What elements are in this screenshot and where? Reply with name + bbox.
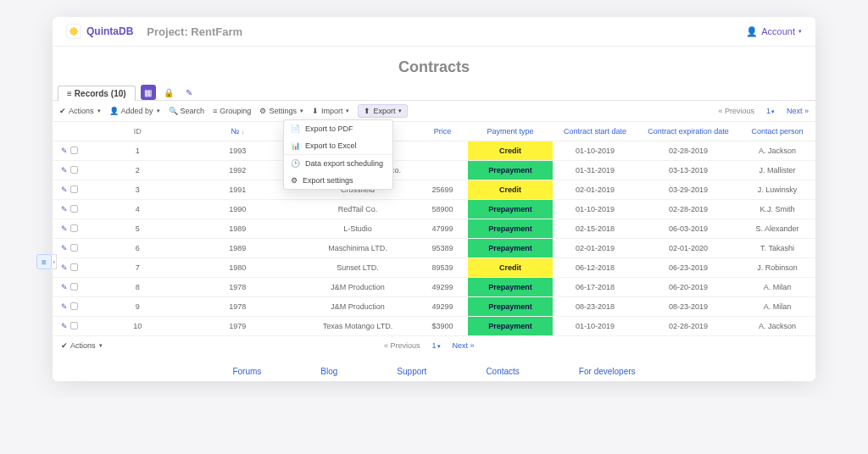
- row-checkbox[interactable]: [70, 302, 78, 310]
- chevron-right-icon: ›: [52, 254, 57, 269]
- edit-row-icon[interactable]: ✎: [61, 166, 68, 174]
- row-checkbox[interactable]: [70, 147, 78, 154]
- cell-payment: Credit: [468, 141, 553, 161]
- cell-price: 47999: [417, 219, 468, 239]
- actions-menu[interactable]: ✔ Actions: [59, 107, 101, 115]
- lock-button[interactable]: 🔒: [161, 85, 176, 100]
- col-start[interactable]: Contract start date: [553, 122, 637, 141]
- cell-price: 58900: [417, 200, 468, 219]
- export-scheduling[interactable]: 🕒Data export scheduling: [284, 154, 392, 172]
- app-window: QuintaDB Project: RentFarm 👤 Account ▾ C…: [53, 17, 815, 381]
- edit-row-icon[interactable]: ✎: [61, 302, 68, 311]
- export-pdf[interactable]: 📄Export to PDF: [284, 120, 392, 137]
- account-menu[interactable]: 👤 Account ▾: [746, 26, 802, 37]
- table-row: ✎51989L-Studio47999Prepayment02-15-20180…: [53, 219, 815, 239]
- cell-end: 06-23-2019: [637, 258, 739, 278]
- cell-start: 01-10-2019: [553, 141, 637, 161]
- col-id[interactable]: ID: [98, 122, 176, 141]
- edit-row-icon[interactable]: ✎: [61, 263, 68, 272]
- edit-row-icon[interactable]: ✎: [61, 244, 68, 252]
- cell-payment: Prepayment: [468, 317, 553, 336]
- row-checkbox[interactable]: [70, 322, 78, 329]
- next-page-bottom[interactable]: Next »: [453, 341, 475, 350]
- edit-row-icon[interactable]: ✎: [61, 283, 68, 291]
- added-by-menu[interactable]: 👤 Added by: [109, 107, 160, 115]
- cell-no: 1989: [176, 219, 298, 239]
- cell-no: 1989: [176, 239, 298, 258]
- table-row: ✎21992Mallister and Brothers co.Prepayme…: [53, 161, 815, 180]
- export-dropdown: 📄Export to PDF 📊Export to Excel 🕒Data ex…: [283, 119, 393, 190]
- cell-client: Maschinima LTD.: [298, 239, 417, 258]
- row-checkbox[interactable]: [70, 283, 78, 291]
- cell-price: 89539: [417, 258, 468, 278]
- export-excel[interactable]: 📊Export to Excel: [284, 137, 392, 154]
- actions-menu-bottom[interactable]: ✔ Actions: [61, 341, 103, 350]
- col-price[interactable]: Price: [417, 122, 468, 141]
- edit-row-icon[interactable]: ✎: [61, 322, 68, 330]
- toolbar: ✔ Actions 👤 Added by 🔍 Search ≡ Grouping…: [53, 101, 815, 122]
- page-select[interactable]: 1: [766, 107, 775, 115]
- col-no[interactable]: № ↓: [176, 122, 298, 141]
- side-panel-toggle[interactable]: ≡ ›: [36, 254, 57, 269]
- brand[interactable]: QuintaDB Project: RentFarm: [66, 24, 242, 39]
- cell-id: 10: [98, 317, 176, 336]
- cell-price: $3900: [417, 317, 468, 336]
- previous-page[interactable]: « Previous: [718, 107, 754, 115]
- edit-row-icon[interactable]: ✎: [61, 185, 68, 194]
- edit-button[interactable]: ✎: [181, 85, 197, 100]
- cell-id: 3: [98, 180, 176, 200]
- user-icon: 👤: [746, 26, 758, 37]
- cell-price: 95389: [417, 239, 468, 258]
- row-checkbox[interactable]: [70, 244, 78, 252]
- tab-records[interactable]: ≡ Records (10): [58, 86, 136, 101]
- cell-no: 1993: [176, 141, 298, 161]
- table-row: ✎41990RedTail Co.58900Prepayment01-10-20…: [53, 200, 815, 219]
- cell-start: 06-17-2018: [553, 278, 637, 297]
- import-menu[interactable]: ⬇ Import: [312, 107, 350, 115]
- project-title: Project: RentFarm: [147, 25, 242, 38]
- export-menu[interactable]: ⬆ Export: [358, 104, 408, 118]
- footer-links: Forums Blog Support Contacts For develop…: [53, 355, 815, 381]
- footer-support[interactable]: Support: [397, 367, 426, 376]
- row-checkbox[interactable]: [70, 263, 78, 271]
- footer-forums[interactable]: Forums: [232, 367, 261, 376]
- page-select-bottom[interactable]: 1: [432, 341, 441, 350]
- col-contact[interactable]: Contact person: [739, 122, 815, 141]
- row-checkbox[interactable]: [70, 224, 78, 232]
- table-row: ✎61989Maschinima LTD.95389Prepayment02-0…: [53, 239, 815, 258]
- cell-end: 02-28-2019: [637, 141, 739, 161]
- excel-icon: 📊: [291, 141, 300, 150]
- cell-client: Texas Motango LTD.: [298, 317, 417, 336]
- cell-id: 1: [98, 141, 176, 161]
- cell-price: 49299: [417, 297, 468, 317]
- cell-payment: Prepayment: [468, 219, 553, 239]
- cell-client: L-Studio: [298, 219, 417, 239]
- edit-row-icon[interactable]: ✎: [61, 147, 68, 155]
- next-page[interactable]: Next »: [787, 107, 809, 115]
- edit-row-icon[interactable]: ✎: [61, 224, 68, 233]
- cell-end: 02-28-2019: [637, 317, 739, 336]
- cell-end: 03-29-2019: [637, 180, 739, 200]
- cell-payment: Prepayment: [468, 200, 553, 219]
- col-end[interactable]: Contract expiration date: [637, 122, 739, 141]
- cell-payment: Prepayment: [468, 297, 553, 317]
- cell-price: 25699: [417, 180, 468, 200]
- col-payment[interactable]: Payment type: [468, 122, 553, 141]
- row-checkbox[interactable]: [70, 166, 78, 174]
- row-checkbox[interactable]: [70, 185, 78, 193]
- footer-contacts[interactable]: Contacts: [486, 367, 519, 376]
- search-button[interactable]: 🔍 Search: [169, 107, 205, 115]
- edit-row-icon[interactable]: ✎: [61, 205, 68, 213]
- settings-menu[interactable]: ⚙ Settings: [259, 107, 303, 115]
- previous-page-bottom[interactable]: « Previous: [384, 341, 420, 350]
- list-icon: ≡: [36, 254, 52, 269]
- row-checkbox[interactable]: [70, 205, 78, 213]
- grouping-button[interactable]: ≡ Grouping: [213, 107, 251, 115]
- cell-price: 49299: [417, 278, 468, 297]
- cell-id: 8: [98, 278, 176, 297]
- cell-client: J&M Production: [298, 278, 417, 297]
- export-settings[interactable]: ⚙Export settings: [284, 172, 392, 189]
- footer-blog[interactable]: Blog: [320, 367, 337, 376]
- grid-view-button[interactable]: ▦: [141, 85, 156, 100]
- footer-developers[interactable]: For developers: [579, 367, 636, 376]
